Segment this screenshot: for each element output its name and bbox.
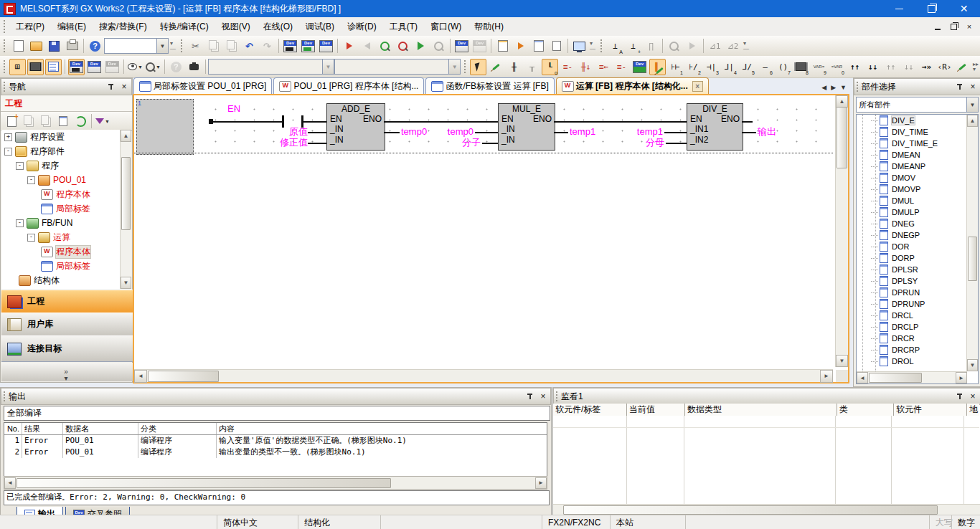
print-icon[interactable] bbox=[64, 38, 80, 54]
pin-icon[interactable] bbox=[526, 392, 534, 401]
display-mode-icon[interactable]: ▼ bbox=[127, 59, 143, 75]
output-horizontal-scrollbar[interactable]: ◄ ► bbox=[4, 476, 547, 490]
parts-item[interactable]: DRCL bbox=[857, 310, 978, 321]
input-var-label[interactable]: 原值 bbox=[263, 127, 308, 137]
nav-button-user-library[interactable]: 用户库 bbox=[1, 313, 136, 336]
editor-vertical-scrollbar[interactable]: ▲ ▼ bbox=[835, 95, 848, 367]
close-icon[interactable]: × bbox=[120, 82, 128, 91]
insert-row-icon[interactable]: ≡- bbox=[560, 59, 576, 75]
parts-item[interactable]: DPRUNP bbox=[857, 298, 978, 310]
comment-edit-icon[interactable]: ▌ bbox=[649, 59, 666, 75]
menu-view[interactable]: 视图(V) bbox=[215, 19, 257, 35]
expand-icon[interactable]: + bbox=[4, 133, 12, 141]
input-var-label[interactable]: 修正值 bbox=[253, 138, 308, 148]
parts-item[interactable]: DNEG bbox=[857, 218, 978, 229]
menu-compile[interactable]: 转换/编译(C) bbox=[154, 19, 215, 35]
paste-icon[interactable] bbox=[223, 38, 240, 54]
signal-flow-up-icon[interactable]: ↑↑ bbox=[847, 59, 863, 75]
select-mode-icon[interactable] bbox=[470, 59, 486, 75]
undo-icon[interactable]: ↶ bbox=[241, 38, 258, 54]
jump-icon[interactable]: →» bbox=[918, 59, 935, 75]
forced-input-icon[interactable]: ⊥+ bbox=[625, 38, 641, 54]
open-contact-icon[interactable]: ⊦⊢1 bbox=[667, 59, 684, 75]
parts-item[interactable]: DIV_TIME bbox=[857, 126, 978, 138]
parts-item[interactable]: DRCLP bbox=[857, 321, 978, 333]
delete-column-icon[interactable]: ≡- bbox=[613, 59, 630, 75]
parts-item[interactable]: DROL bbox=[857, 356, 978, 367]
save-project-icon[interactable] bbox=[46, 38, 62, 54]
menu-tool[interactable]: 工具(T) bbox=[383, 19, 424, 35]
parts-item[interactable]: DMOV bbox=[857, 172, 978, 184]
copy-icon[interactable] bbox=[205, 38, 222, 54]
fb-paste-icon[interactable] bbox=[631, 59, 648, 75]
pulse-output-icon[interactable]: ∏ bbox=[643, 38, 659, 54]
nav-more-buttons[interactable]: »▾ bbox=[1, 363, 138, 381]
mdi-restore-button[interactable] bbox=[948, 22, 958, 32]
new-project-icon[interactable] bbox=[10, 38, 27, 54]
write-to-plc-icon[interactable] bbox=[282, 38, 298, 54]
signal-flow-down-icon[interactable]: ↓↓ bbox=[864, 59, 881, 75]
navigation-window-icon[interactable]: ⊞ bbox=[9, 59, 26, 75]
parts-item[interactable]: DMEANP bbox=[857, 161, 978, 172]
sort-icon[interactable]: ▼ bbox=[95, 113, 110, 129]
transfer-setup-icon[interactable] bbox=[341, 38, 357, 54]
parallel-close-contact-icon[interactable]: ⅃/5 bbox=[739, 59, 755, 75]
tree-item-yunsuan-body[interactable]: 程序本体 bbox=[1, 244, 121, 259]
tree-item-yunsuan[interactable]: - 运算 bbox=[1, 230, 121, 244]
device-test-icon[interactable]: ⊥A bbox=[607, 38, 623, 54]
parts-item[interactable]: DMOVP bbox=[857, 184, 978, 195]
read-from-plc-icon[interactable] bbox=[300, 38, 316, 54]
close-button[interactable]: ✕ bbox=[948, 0, 980, 17]
tree-item-struct[interactable]: 结构体 bbox=[1, 273, 121, 287]
tree-item-program-setting[interactable]: + 程序设置 bbox=[1, 130, 121, 144]
pin-icon[interactable] bbox=[956, 82, 964, 91]
monitor-stop-watch-icon[interactable] bbox=[395, 38, 411, 54]
break-setting-icon[interactable]: ⊿1 bbox=[707, 38, 723, 54]
input-var-label[interactable]: temp1 bbox=[626, 127, 663, 137]
device-display-icon[interactable] bbox=[68, 59, 85, 75]
collapse-icon[interactable]: - bbox=[27, 176, 35, 184]
parts-item[interactable]: DPLSR bbox=[857, 264, 978, 275]
transfer-cancel-icon[interactable] bbox=[359, 38, 375, 54]
cut-icon[interactable]: ✂ bbox=[187, 38, 204, 54]
parts-item[interactable]: DMEAN bbox=[857, 149, 978, 161]
simulation-icon[interactable] bbox=[571, 38, 588, 54]
menu-edit[interactable]: 编辑(E) bbox=[51, 19, 93, 35]
ladder-comment-icon[interactable] bbox=[494, 38, 511, 54]
help-circle-icon[interactable]: ? bbox=[168, 59, 184, 75]
input-var-label[interactable]: 分母 bbox=[627, 138, 664, 148]
tab-fb-label-yunsuan[interactable]: 函数/FB标签设置 运算 [FB] bbox=[425, 77, 554, 95]
tab-scroll-left-icon[interactable]: ◀ bbox=[821, 84, 826, 91]
device-comment-icon[interactable] bbox=[104, 59, 121, 75]
error-row[interactable]: 2 Error POU_01 编译程序 输出变量的类型不一致。(梯形图块No.1… bbox=[4, 447, 547, 458]
fbd-canvas[interactable]: 1 EN ADD_E ENENO _IN _IN 原值 修正值 temp0 bbox=[134, 95, 833, 367]
collapse-icon[interactable]: - bbox=[16, 219, 24, 227]
parallel-contact-icon[interactable]: ⅃|4 bbox=[721, 59, 738, 75]
statement-icon[interactable] bbox=[512, 38, 529, 54]
fbd-block-div-e[interactable]: DIV_E ENENO _IN1 _IN2 bbox=[687, 103, 743, 151]
help-icon[interactable]: ? bbox=[87, 38, 103, 54]
tree-item-pou01-local-label[interactable]: 局部标签 bbox=[1, 201, 121, 216]
break-clear-icon[interactable]: ⊿2 bbox=[725, 38, 741, 54]
tab-local-label-pou01[interactable]: 局部标签设置 POU_01 [PRG] bbox=[133, 77, 272, 95]
horizontal-line-icon[interactable]: —6 bbox=[757, 59, 773, 75]
nav-button-project[interactable]: 工程 bbox=[1, 290, 136, 313]
fbd-block-add-e[interactable]: ADD_E ENENO _IN _IN bbox=[326, 103, 385, 151]
menu-help[interactable]: 帮助(H) bbox=[468, 19, 510, 35]
jump-run-icon[interactable] bbox=[684, 38, 700, 54]
mdi-close-button[interactable]: × bbox=[964, 22, 974, 32]
parts-filter-combo[interactable]: 所有部件▼ bbox=[856, 97, 979, 113]
minimize-button[interactable] bbox=[883, 0, 915, 17]
menu-diagnostics[interactable]: 诊断(D) bbox=[341, 19, 383, 35]
error-row[interactable]: 1 Error POU_01 编译程序 输入变量'原值'的数据类型不正确。(梯形… bbox=[4, 435, 547, 447]
mdi-minimize-button[interactable] bbox=[933, 22, 943, 32]
output-var-label[interactable]: temp1 bbox=[570, 127, 595, 137]
watch-grid[interactable] bbox=[553, 416, 979, 505]
parts-item[interactable]: DRCR bbox=[857, 333, 978, 344]
device-registration-icon[interactable] bbox=[86, 59, 103, 75]
nav-button-connection[interactable]: 连接目标 bbox=[1, 335, 136, 362]
menu-online[interactable]: 在线(O) bbox=[257, 19, 299, 35]
project-data-combo[interactable]: ▼ bbox=[104, 38, 169, 54]
close-icon[interactable]: × bbox=[969, 392, 977, 401]
auto-connect-icon[interactable]: ┖o bbox=[542, 59, 558, 75]
